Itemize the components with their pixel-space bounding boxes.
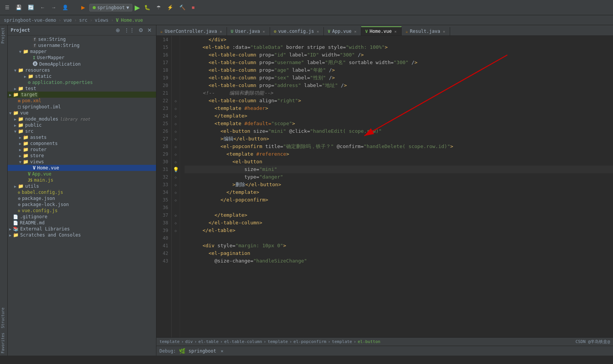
tree-label-utils: utils xyxy=(25,184,39,189)
tab-app-vue[interactable]: V App.vue ✕ xyxy=(324,27,361,35)
tree-item-pomxml[interactable]: m pom.xml xyxy=(8,98,156,104)
breadcrumb-home-vue[interactable]: Home.vue xyxy=(121,18,143,23)
ln-33: 33 xyxy=(161,181,168,188)
code-line-16: <el-table-column prop="id" label="ID" wi… xyxy=(185,51,613,59)
tree-label-views: views xyxy=(30,159,44,164)
tree-item-package-lock[interactable]: ⚙ package-lock.json xyxy=(8,201,156,208)
gutter-27: ◇ xyxy=(172,135,180,143)
back-btn[interactable]: ← xyxy=(38,4,47,11)
tree-label-iml: springboot.iml xyxy=(22,104,61,110)
tree-item-src[interactable]: ▼ 📁 src xyxy=(8,128,156,134)
close-result[interactable]: ✕ xyxy=(442,29,446,34)
close-vueconfig[interactable]: ✕ xyxy=(316,29,320,34)
tree-item-mapper[interactable]: ▼ 📁 mapper xyxy=(8,48,156,55)
debug-close-icon[interactable]: ✕ xyxy=(221,348,224,354)
tree-item-mainjs[interactable]: JS main.js xyxy=(8,177,156,183)
tree-item-home-vue[interactable]: V Home.vue xyxy=(8,165,156,171)
code-line-36 xyxy=(185,204,613,211)
stop-btn[interactable]: ■ xyxy=(190,4,196,11)
tree-item-views[interactable]: ▼ 📁 views xyxy=(8,159,156,165)
tree-item-username[interactable]: f username:String xyxy=(8,42,156,48)
close-usercontroller[interactable]: ✕ xyxy=(219,29,223,34)
breadcrumb-project[interactable]: springboot-vue-demo xyxy=(4,18,56,23)
close-home-vue[interactable]: ✕ xyxy=(394,29,397,34)
tree-item-appprops[interactable]: ⚙ application.properties xyxy=(8,79,156,85)
status-sep3: › xyxy=(220,339,223,344)
tree-item-package[interactable]: ⚙ package.json xyxy=(8,195,156,201)
sidebar-close-btn[interactable]: ✕ xyxy=(146,27,153,34)
gutter-22: ◇ xyxy=(172,97,180,105)
tree-arrow-test: ▶ xyxy=(13,87,18,91)
save-btn[interactable]: 💾 xyxy=(14,4,24,11)
tree-item-assets[interactable]: ▶ 📁 assets xyxy=(8,134,156,140)
tree-item-gitignore[interactable]: 📄 .gitignore xyxy=(8,214,156,220)
tree-label-home-vue: Home.vue xyxy=(37,165,59,171)
folder-icon-test: 📁 xyxy=(18,86,24,91)
breadcrumb-src[interactable]: src xyxy=(79,18,87,23)
menu-btn[interactable]: ☰ xyxy=(3,4,11,11)
tree-item-node-modules[interactable]: ▶ 📁 node_modules library root xyxy=(8,116,156,122)
tree-item-static[interactable]: ▶ 📁 static xyxy=(8,73,156,79)
tree-item-store[interactable]: ▶ 📁 store xyxy=(8,153,156,159)
tree-arrow-mapper: ▼ xyxy=(18,50,23,54)
tree-item-components[interactable]: ▶ 📁 components xyxy=(8,140,156,147)
tree-item-demoapplication[interactable]: 🅐 DemoApplication xyxy=(8,61,156,67)
ln-34: 34 xyxy=(161,188,168,196)
ln-17: 17 xyxy=(161,59,168,66)
sidebar-add-btn[interactable]: ⊕ xyxy=(114,27,121,34)
breadcrumb-views[interactable]: views xyxy=(95,18,108,23)
gutter-31-bulb[interactable]: 💡 xyxy=(172,166,180,173)
tree-item-iml[interactable]: □ springboot.iml xyxy=(8,104,156,110)
tree-arrow-target: ▶ xyxy=(8,93,13,97)
tree-item-vue[interactable]: ▼ 📁 vue xyxy=(8,110,156,116)
tree-item-usermapper[interactable]: I UserMapper xyxy=(8,55,156,61)
build-btn[interactable]: 🔨 xyxy=(177,4,187,11)
tree-arrow-store: ▶ xyxy=(18,154,23,158)
gutter-26: ◇ xyxy=(172,127,180,135)
coverage-btn[interactable]: ☂ xyxy=(154,4,163,11)
code-editor[interactable]: 14 15 16 17 18 19 20 21 22 23 24 25 26 2… xyxy=(156,36,613,337)
favorites-vtab[interactable]: Favorites xyxy=(0,330,7,356)
tab-result[interactable]: ☕ Result.java ✕ xyxy=(402,27,450,35)
tree-item-app-vue[interactable]: V App.vue xyxy=(8,171,156,177)
tree-item-scratches[interactable]: ▶ 📁 Scratches and Consoles xyxy=(8,232,156,238)
tree-item-readme[interactable]: 📄 README.md xyxy=(8,220,156,226)
tree-item-babel[interactable]: ⚙ babel.config.js xyxy=(8,189,156,195)
forward-btn[interactable]: → xyxy=(49,4,58,11)
user-btn[interactable]: 👤 xyxy=(60,4,70,11)
profile-btn[interactable]: ⚡ xyxy=(165,4,175,11)
tree-item-public[interactable]: ▶ 📁 public xyxy=(8,122,156,128)
folder-icon-vue: 📁 xyxy=(13,110,19,116)
tree-arrow-router: ▶ xyxy=(18,148,23,152)
sidebar-settings-btn[interactable]: ⚙ xyxy=(137,27,145,34)
debug-run-btn[interactable]: 🐛 xyxy=(142,4,152,11)
tab-usercontroller[interactable]: ☕ UserController.java ✕ xyxy=(156,27,227,35)
tree-item-vueconfig[interactable]: ⚙ vue.config.js xyxy=(8,208,156,214)
close-user[interactable]: ✕ xyxy=(262,29,266,34)
tree-item-target[interactable]: ▶ 📁 target xyxy=(8,92,156,98)
folder-icon-src: 📁 xyxy=(18,129,24,134)
tree-item-external-libs[interactable]: ▶ 📚 External Libraries xyxy=(8,226,156,232)
sidebar-layout-btn[interactable]: ⋮⋮ xyxy=(123,27,136,34)
tree-item-utils[interactable]: ▶ 📁 utils xyxy=(8,183,156,189)
folder-icon-target: 📁 xyxy=(13,92,19,97)
tab-home-vue[interactable]: V Home.vue ✕ xyxy=(361,26,401,35)
tab-label-usercontroller: UserController.java xyxy=(165,29,217,34)
tab-user[interactable]: U User.java ✕ xyxy=(227,27,270,35)
code-line-21: <!-- 编辑和删除功能--> xyxy=(185,89,613,97)
gutter-35: ◇ xyxy=(172,196,180,204)
project-vtab[interactable]: Project xyxy=(0,25,7,46)
tree-item-resources[interactable]: ▼ 📁 resources xyxy=(8,67,156,73)
play-config-btn[interactable]: ▶ xyxy=(79,4,87,11)
springboot-dropdown[interactable]: springboot ▼ xyxy=(89,4,132,11)
tree-item-sex[interactable]: f sex:String xyxy=(8,36,156,42)
close-app-vue[interactable]: ✕ xyxy=(353,29,357,34)
structure-vtab[interactable]: Structure xyxy=(0,305,7,330)
tab-vueconfig[interactable]: ⚙ vue.config.js ✕ xyxy=(270,27,324,35)
breadcrumb-vue[interactable]: vue xyxy=(64,18,72,23)
gutter-23: ◇ xyxy=(172,105,180,112)
run-btn[interactable]: ▶ xyxy=(135,3,140,12)
tree-item-test[interactable]: ▶ 📁 test xyxy=(8,85,156,92)
tree-item-router[interactable]: ▶ 📁 router xyxy=(8,147,156,153)
sync-btn[interactable]: 🔄 xyxy=(26,4,36,11)
